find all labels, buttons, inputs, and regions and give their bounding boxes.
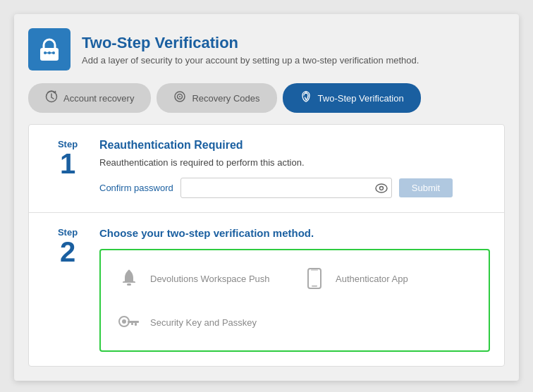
step1-row: Step 1 Reauthentication Required Reauthe… — [29, 125, 504, 213]
svg-point-8 — [179, 96, 180, 97]
tab-account-recovery-label: Account recovery — [63, 93, 134, 104]
tab-recovery-codes[interactable]: Recovery Codes — [157, 83, 276, 113]
tab-two-step[interactable]: Two-Step Verification — [283, 83, 421, 113]
method-security-key-label: Security Key and Passkey — [150, 317, 257, 328]
password-input-wrap — [180, 178, 392, 198]
svg-rect-11 — [127, 283, 131, 286]
account-recovery-icon — [45, 90, 58, 106]
method-workspace-push[interactable]: Devolutions Workspace Push — [109, 260, 295, 297]
step2-title: Choose your two-step verification method… — [99, 227, 490, 239]
confirm-password-label: Confirm password — [99, 183, 173, 193]
lock-icon — [28, 28, 71, 71]
toggle-password-button[interactable] — [375, 183, 388, 193]
content-area: Step 1 Reauthentication Required Reauthe… — [28, 124, 505, 367]
step2-num: 2 — [43, 238, 92, 266]
tab-bar: Account recovery Recovery Codes — [28, 83, 505, 113]
password-input[interactable] — [180, 178, 392, 198]
submit-button[interactable]: Submit — [399, 178, 453, 197]
fingerprint-icon — [300, 90, 312, 106]
password-row: Confirm password Submit — [99, 178, 490, 198]
step2-content: Choose your two-step verification method… — [92, 227, 490, 352]
svg-rect-13 — [308, 269, 321, 288]
svg-rect-15 — [311, 270, 318, 271]
step2-row: Step 2 Choose your two-step verification… — [29, 213, 504, 366]
svg-point-10 — [379, 186, 383, 190]
step1-description: Reauthentication is required to perform … — [99, 157, 490, 168]
tab-recovery-codes-label: Recovery Codes — [192, 93, 259, 104]
svg-rect-14 — [312, 286, 317, 287]
key-icon — [116, 310, 142, 335]
header-text: Two-Step Verification Add a layer of sec… — [82, 34, 419, 66]
page-title: Two-Step Verification — [82, 34, 419, 52]
svg-rect-18 — [128, 321, 139, 323]
tab-account-recovery[interactable]: Account recovery — [28, 83, 151, 113]
main-container: Two-Step Verification Add a layer of sec… — [14, 14, 519, 381]
tab-two-step-label: Two-Step Verification — [318, 93, 404, 104]
svg-point-17 — [122, 319, 126, 324]
method-authenticator-app[interactable]: Authenticator App — [295, 260, 480, 297]
method-security-key[interactable]: Security Key and Passkey — [109, 304, 295, 341]
step1-heading: Reauthentication Required — [99, 139, 490, 152]
svg-rect-20 — [131, 323, 133, 325]
bell-icon — [116, 266, 142, 291]
step1-label: Step 1 — [43, 139, 92, 178]
step2-label: Step 2 — [43, 227, 92, 266]
step1-num: 1 — [43, 149, 92, 178]
method-authenticator-app-label: Authenticator App — [336, 274, 408, 284]
header: Two-Step Verification Add a layer of sec… — [28, 28, 505, 71]
svg-rect-19 — [135, 323, 137, 326]
svg-point-12 — [128, 270, 130, 272]
recovery-codes-icon — [173, 90, 186, 106]
phone-icon — [302, 266, 327, 291]
methods-grid: Devolutions Workspace Push Authenticator… — [99, 249, 490, 352]
svg-point-9 — [376, 184, 387, 192]
method-workspace-push-label: Devolutions Workspace Push — [150, 274, 270, 284]
step1-content: Reauthentication Required Reauthenticati… — [92, 139, 490, 198]
page-subtitle: Add a layer of security to your account … — [82, 55, 419, 66]
